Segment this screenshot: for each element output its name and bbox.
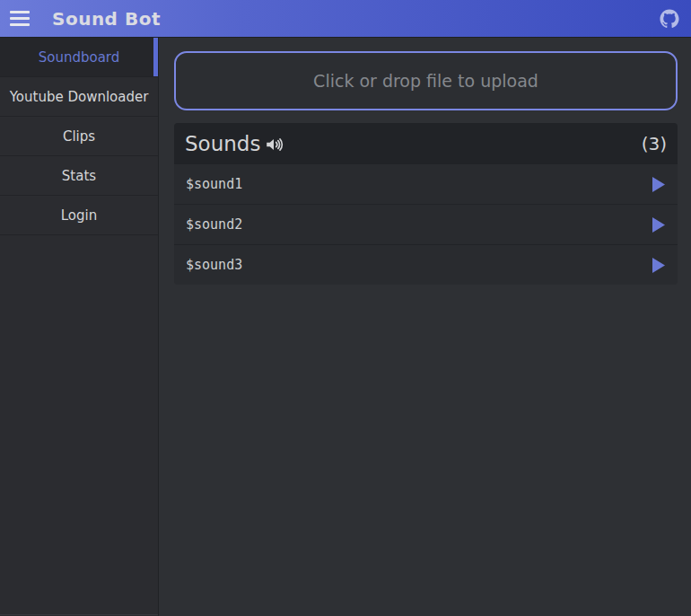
play-sound-button[interactable] <box>650 257 666 273</box>
sidebar-item-label: Soundboard <box>39 49 120 66</box>
sidebar-item-stats[interactable]: Stats <box>0 156 158 196</box>
play-sound-button[interactable] <box>650 176 666 192</box>
upload-label: Click or drop file to upload <box>313 71 538 91</box>
sidebar-item-login[interactable]: Login <box>0 196 158 235</box>
sidebar-item-soundboard[interactable]: Soundboard <box>0 38 158 77</box>
main-content: Click or drop file to upload Sounds (3) … <box>160 38 691 616</box>
speaker-icon <box>264 133 284 154</box>
sounds-count: (3) <box>642 133 667 154</box>
play-icon <box>652 217 665 233</box>
sound-row: $sound2 <box>174 204 678 244</box>
sounds-title-label: Sounds <box>185 132 260 155</box>
sounds-header: Sounds (3) <box>174 123 678 163</box>
sound-row: $sound1 <box>174 163 678 204</box>
sidebar-item-label: Login <box>61 207 97 224</box>
top-bar: Sound Bot <box>0 0 691 38</box>
sidebar-item-label: Stats <box>62 168 96 184</box>
file-upload-dropzone[interactable]: Click or drop file to upload <box>174 51 678 110</box>
sounds-title: Sounds <box>185 132 284 155</box>
sidebar-item-label: Clips <box>63 128 95 145</box>
sidebar-item-youtube-downloader[interactable]: Youtube Downloader <box>0 77 158 117</box>
hamburger-menu-button[interactable] <box>2 0 38 38</box>
app-title: Sound Bot <box>52 8 161 30</box>
sidebar-item-clips[interactable]: Clips <box>0 117 158 156</box>
sidebar: Soundboard Youtube Downloader Clips Stat… <box>0 38 159 616</box>
sounds-panel: Sounds (3) $sound1 <box>174 123 678 285</box>
sidebar-item-label: Youtube Downloader <box>10 89 149 105</box>
sound-row: $sound3 <box>174 244 678 285</box>
play-icon <box>652 177 665 192</box>
sound-name: $sound2 <box>186 216 242 233</box>
github-link[interactable] <box>659 8 680 30</box>
github-icon <box>660 9 679 29</box>
sound-name: $sound1 <box>186 176 242 192</box>
sound-name: $sound3 <box>186 257 242 273</box>
hamburger-icon <box>10 11 30 13</box>
play-sound-button[interactable] <box>650 216 666 233</box>
play-icon <box>652 258 665 273</box>
